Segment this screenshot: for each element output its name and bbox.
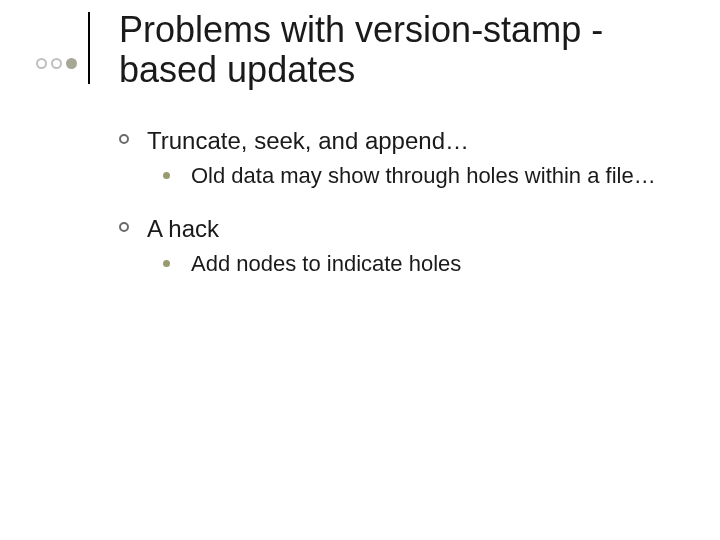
bullet-level2: Old data may show through holes within a… — [119, 162, 679, 190]
bullet-level1: Truncate, seek, and append… — [119, 126, 679, 156]
decor-dot-icon — [36, 58, 47, 69]
slide-title: Problems with version-stamp -based updat… — [119, 10, 679, 91]
decor-dot-icon — [66, 58, 77, 69]
slide-body: Truncate, seek, and append… Old data may… — [119, 120, 679, 281]
decor-bar-icon — [88, 12, 90, 84]
title-decoration — [36, 42, 90, 84]
decor-dot-icon — [51, 58, 62, 69]
slide: Problems with version-stamp -based updat… — [0, 0, 720, 540]
bullet-level1: A hack — [119, 214, 679, 244]
spacer — [119, 194, 679, 208]
bullet-level2: Add nodes to indicate holes — [119, 250, 679, 278]
